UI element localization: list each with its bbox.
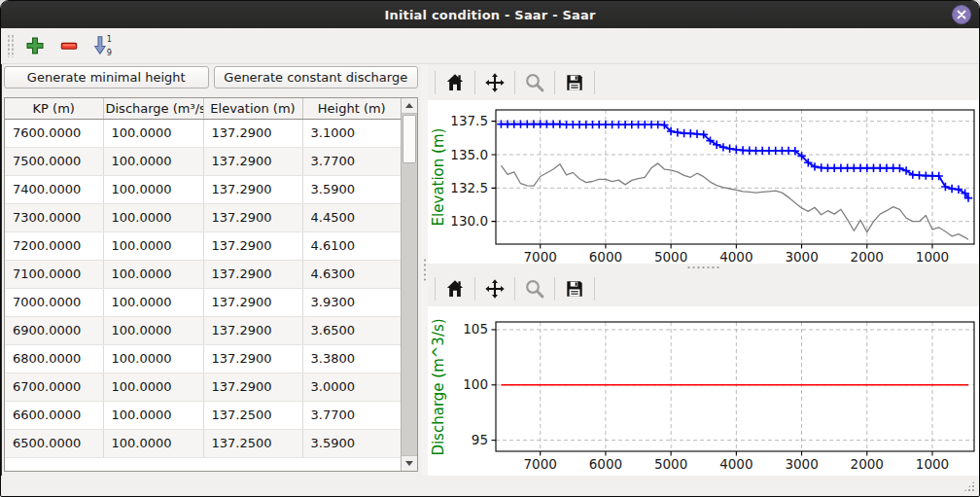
table-cell[interactable]: 137.2900 (203, 203, 302, 231)
panel-splitter-handle[interactable] (421, 64, 428, 476)
table-cell[interactable]: 4.6300 (302, 260, 401, 288)
table-row: 7000.0000100.0000137.29003.9300 (5, 288, 401, 316)
table-cell[interactable]: 137.2900 (203, 119, 302, 147)
home-button[interactable] (440, 274, 470, 303)
table-cell[interactable]: 6500.0000 (5, 429, 103, 457)
table-cell[interactable]: 137.2900 (203, 175, 302, 203)
table-cell[interactable]: 7500.0000 (5, 147, 103, 175)
table-cell[interactable]: 100.0000 (103, 175, 203, 203)
save-button[interactable] (560, 68, 589, 97)
table-cell[interactable]: 137.2900 (203, 231, 302, 260)
table-scrollbar[interactable] (401, 98, 417, 471)
table-row: 7400.0000100.0000137.29003.5900 (5, 175, 401, 203)
close-button[interactable] (952, 5, 971, 24)
home-button[interactable] (440, 68, 470, 97)
table-cell[interactable]: 100.0000 (103, 401, 203, 429)
table-cell[interactable]: 3.0000 (302, 373, 401, 401)
table-cell[interactable]: 100.0000 (103, 344, 203, 373)
table-cell[interactable]: 100.0000 (103, 429, 203, 457)
table-cell[interactable]: 100.0000 (103, 147, 203, 175)
table-cell[interactable]: 100.0000 (103, 288, 203, 316)
table-cell[interactable]: 6700.0000 (5, 373, 103, 401)
table-cell[interactable]: 3.9300 (302, 288, 401, 316)
elevation-chart[interactable]: 7000600050004000300020001000130.0132.513… (428, 100, 979, 264)
sort-rows-button[interactable]: 1 9 : (90, 32, 118, 59)
table-cell[interactable]: 137.2500 (203, 429, 302, 457)
table-cell[interactable]: 3.7700 (302, 401, 401, 429)
table-cell[interactable]: 100.0000 (103, 316, 203, 344)
table-cell[interactable]: 4.4500 (302, 203, 401, 231)
y-tick-label: 105 (463, 321, 488, 337)
table-cell[interactable]: 137.2900 (203, 147, 302, 175)
titlebar[interactable]: Initial condition - Saar - Saar (1, 1, 979, 28)
table-cell[interactable]: 3.6500 (302, 316, 401, 344)
x-tick-label: 5000 (654, 249, 687, 264)
generate-constant-discharge-button[interactable]: Generate constant discharge (214, 66, 419, 89)
add-row-button[interactable] (22, 32, 50, 59)
table-cell[interactable]: 100.0000 (103, 231, 203, 260)
table-cell[interactable]: 100.0000 (103, 373, 203, 401)
table-cell[interactable]: 3.1000 (302, 119, 401, 147)
scrollbar-track[interactable] (402, 114, 417, 455)
table-cell[interactable]: 137.2900 (203, 344, 302, 373)
column-header[interactable]: Height (m) (302, 98, 401, 119)
zoom-button[interactable] (520, 274, 549, 303)
table-row: 6600.0000100.0000137.25003.7700 (5, 401, 401, 429)
x-tick-label: 2000 (851, 249, 884, 264)
table-cell[interactable]: 4.6100 (302, 231, 401, 260)
table-cell[interactable]: 7200.0000 (5, 231, 103, 260)
table-cell[interactable]: 7600.0000 (5, 119, 103, 147)
table-cell[interactable]: 7400.0000 (5, 175, 103, 203)
table-row: 7500.0000100.0000137.29003.7700 (5, 147, 401, 175)
series-initial-water-elevation (501, 124, 968, 198)
resize-grip[interactable] (963, 480, 975, 492)
table-cell[interactable]: 3.7700 (302, 147, 401, 175)
table-cell[interactable]: 137.2900 (203, 260, 302, 288)
table-cell[interactable]: 137.2900 (203, 288, 302, 316)
remove-row-button[interactable] (56, 32, 84, 59)
table-cell[interactable]: 100.0000 (103, 260, 203, 288)
x-tick-label: 4000 (719, 249, 752, 264)
discharge-plot-svg: 700060005000400030002000100095100105Disc… (428, 306, 979, 476)
toolbar-separator (554, 71, 555, 94)
table-cell[interactable]: 7100.0000 (5, 260, 103, 288)
scroll-down-button[interactable] (402, 455, 417, 471)
charts-panel: 7000600050004000300020001000130.0132.513… (428, 64, 979, 476)
pan-button[interactable] (480, 68, 509, 97)
scrollbar-thumb[interactable] (402, 115, 416, 163)
triangle-up-icon (405, 103, 413, 108)
table-cell[interactable]: 3.5900 (302, 429, 401, 457)
table-cell[interactable]: 6900.0000 (5, 316, 103, 344)
toolbar-drag-handle[interactable] (7, 34, 15, 57)
table-row: 6700.0000100.0000137.29003.0000 (5, 373, 401, 401)
zoom-icon (524, 72, 545, 93)
table-cell[interactable]: 6800.0000 (5, 344, 103, 373)
close-icon (957, 10, 966, 19)
toolbar-separator (594, 277, 595, 301)
initial-condition-table: KP (m)Discharge (m³/s)Elevation (m)Heigh… (4, 97, 418, 472)
table-row: 6800.0000100.0000137.29003.3800 (5, 344, 401, 373)
window-title: Initial condition - Saar - Saar (384, 8, 595, 22)
table-row: 7100.0000100.0000137.29004.6300 (5, 260, 401, 288)
table-cell[interactable]: 100.0000 (103, 203, 203, 231)
zoom-button[interactable] (520, 68, 549, 97)
plot-frame (496, 322, 974, 451)
table-cell[interactable]: 6600.0000 (5, 401, 103, 429)
column-header[interactable]: Discharge (m³/s) (103, 98, 203, 119)
table-cell[interactable]: 137.2500 (203, 401, 302, 429)
chart-splitter-handle[interactable] (428, 264, 979, 270)
column-header[interactable]: Elevation (m) (203, 98, 302, 119)
table-cell[interactable]: 7300.0000 (5, 203, 103, 231)
discharge-chart[interactable]: 700060005000400030002000100095100105Disc… (428, 306, 979, 476)
scroll-up-button[interactable] (402, 98, 417, 114)
save-button[interactable] (560, 274, 589, 303)
table-cell[interactable]: 7000.0000 (5, 288, 103, 316)
column-header[interactable]: KP (m) (5, 98, 103, 119)
table-cell[interactable]: 137.2900 (203, 316, 302, 344)
table-cell[interactable]: 100.0000 (103, 119, 203, 147)
table-cell[interactable]: 3.5900 (302, 175, 401, 203)
table-cell[interactable]: 137.2900 (203, 373, 302, 401)
pan-button[interactable] (480, 274, 509, 303)
table-cell[interactable]: 3.3800 (302, 344, 401, 373)
generate-minimal-height-button[interactable]: Generate minimal height (4, 66, 209, 89)
